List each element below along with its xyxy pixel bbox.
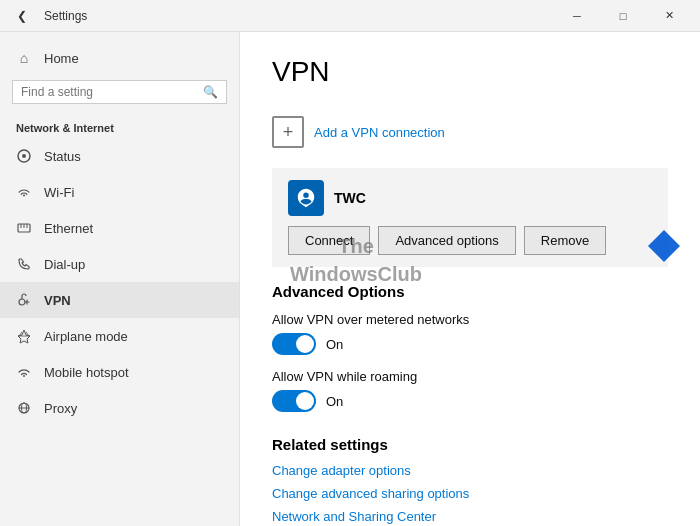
hotspot-icon: [16, 364, 32, 380]
sidebar-label-vpn: VPN: [44, 293, 71, 308]
add-vpn-button[interactable]: + Add a VPN connection: [272, 108, 668, 156]
status-icon: [16, 148, 32, 164]
svg-point-1: [22, 154, 26, 158]
link-advanced-sharing[interactable]: Change advanced sharing options: [272, 486, 668, 501]
advanced-section: Advanced Options Allow VPN over metered …: [272, 283, 668, 412]
airplane-icon: [16, 328, 32, 344]
vpn-card: TWC Connect Advanced options Remove: [272, 168, 668, 267]
proxy-icon: [16, 400, 32, 416]
related-settings-title: Related settings: [272, 436, 668, 453]
titlebar: ❮ Settings ─ □ ✕: [0, 0, 700, 32]
titlebar-title: Settings: [44, 9, 87, 23]
vpn-icon: [288, 180, 324, 216]
toggle-row-metered: Allow VPN over metered networks On: [272, 312, 668, 355]
related-settings: Related settings Change adapter options …: [272, 436, 668, 524]
sidebar-item-dialup[interactable]: Dial-up: [0, 246, 239, 282]
dialup-icon: [16, 256, 32, 272]
sidebar-label-airplane: Airplane mode: [44, 329, 128, 344]
sidebar-item-ethernet[interactable]: Ethernet: [0, 210, 239, 246]
advanced-options-button[interactable]: Advanced options: [378, 226, 515, 255]
vpn-card-header: TWC: [288, 180, 652, 216]
sidebar-item-wifi[interactable]: Wi-Fi: [0, 174, 239, 210]
wifi-icon: [16, 184, 32, 200]
sidebar-label-ethernet: Ethernet: [44, 221, 93, 236]
vpn-sidebar-icon: [16, 292, 32, 308]
add-icon: +: [272, 116, 304, 148]
back-button[interactable]: ❮: [8, 2, 36, 30]
sidebar-label-home: Home: [44, 51, 79, 66]
vpn-name: TWC: [334, 190, 366, 206]
page-title: VPN: [272, 56, 668, 88]
app-body: ⌂ Home 🔍 Network & Internet Status Wi-Fi: [0, 32, 700, 526]
ethernet-icon: [16, 220, 32, 236]
sidebar-label-status: Status: [44, 149, 81, 164]
sidebar: ⌂ Home 🔍 Network & Internet Status Wi-Fi: [0, 32, 240, 526]
toggle-metered[interactable]: [272, 333, 316, 355]
advanced-section-title: Advanced Options: [272, 283, 668, 300]
sidebar-label-dialup: Dial-up: [44, 257, 85, 272]
sidebar-item-proxy[interactable]: Proxy: [0, 390, 239, 426]
sidebar-item-airplane[interactable]: Airplane mode: [0, 318, 239, 354]
toggle-roaming-wrapper: On: [272, 390, 668, 412]
sidebar-item-vpn[interactable]: VPN: [0, 282, 239, 318]
sidebar-search-box[interactable]: 🔍: [12, 80, 227, 104]
connect-button[interactable]: Connect: [288, 226, 370, 255]
toggle-metered-label: Allow VPN over metered networks: [272, 312, 668, 327]
sidebar-label-hotspot: Mobile hotspot: [44, 365, 129, 380]
maximize-button[interactable]: □: [600, 0, 646, 32]
main-content: VPN + Add a VPN connection TWC Connect A…: [240, 32, 700, 526]
vpn-card-buttons: Connect Advanced options Remove: [288, 226, 652, 255]
sidebar-label-wifi: Wi-Fi: [44, 185, 74, 200]
sidebar-section-header: Network & Internet: [0, 112, 239, 138]
toggle-roaming[interactable]: [272, 390, 316, 412]
toggle-metered-wrapper: On: [272, 333, 668, 355]
sidebar-item-home[interactable]: ⌂ Home: [0, 40, 239, 76]
toggle-roaming-status: On: [326, 394, 343, 409]
search-icon: 🔍: [203, 85, 218, 99]
add-vpn-label: Add a VPN connection: [314, 125, 445, 140]
link-network-sharing-center[interactable]: Network and Sharing Center: [272, 509, 668, 524]
toggle-row-roaming: Allow VPN while roaming On: [272, 369, 668, 412]
sidebar-item-status[interactable]: Status: [0, 138, 239, 174]
close-button[interactable]: ✕: [646, 0, 692, 32]
sidebar-label-proxy: Proxy: [44, 401, 77, 416]
svg-point-6: [19, 299, 25, 305]
remove-button[interactable]: Remove: [524, 226, 606, 255]
titlebar-right: ─ □ ✕: [554, 0, 692, 32]
sidebar-item-hotspot[interactable]: Mobile hotspot: [0, 354, 239, 390]
toggle-roaming-label: Allow VPN while roaming: [272, 369, 668, 384]
toggle-metered-status: On: [326, 337, 343, 352]
titlebar-left: ❮ Settings: [8, 2, 87, 30]
search-input[interactable]: [21, 85, 197, 99]
home-icon: ⌂: [16, 50, 32, 66]
minimize-button[interactable]: ─: [554, 0, 600, 32]
link-adapter-options[interactable]: Change adapter options: [272, 463, 668, 478]
